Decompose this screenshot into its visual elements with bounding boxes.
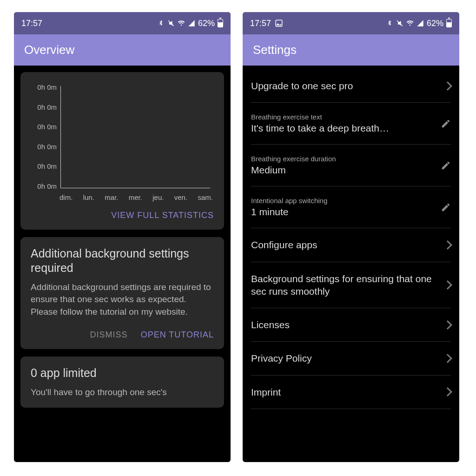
- mute-icon: [167, 20, 175, 27]
- bluetooth-icon: [386, 20, 393, 27]
- status-icons: 62%: [386, 19, 452, 28]
- settings-screen: 17:57 62% Settings Upgrade to one sec pr…: [243, 12, 459, 462]
- signal-icon: [416, 20, 424, 27]
- setting-background-settings[interactable]: Background settings for ensuring that on…: [251, 262, 451, 309]
- signal-icon: [188, 20, 195, 27]
- card-title: Additional background settings required: [31, 246, 214, 276]
- battery-percent: 62%: [198, 19, 215, 28]
- battery-percent: 62%: [427, 19, 443, 28]
- app-header: Settings: [243, 34, 459, 66]
- card-title: 0 app limited: [31, 366, 214, 380]
- svg-line-0: [168, 20, 174, 26]
- setting-intentional-switching[interactable]: Intentional app switching 1 minute: [251, 186, 451, 228]
- edit-icon: [441, 160, 451, 171]
- card-body: Additional background settings are requi…: [31, 281, 214, 318]
- dismiss-button[interactable]: DISMISS: [90, 330, 128, 340]
- picture-icon: [275, 19, 283, 27]
- setting-label: Privacy Policy: [251, 352, 440, 364]
- setting-label: Configure apps: [251, 238, 440, 251]
- page-title: Overview: [24, 43, 74, 57]
- app-header: Overview: [14, 34, 231, 66]
- edit-icon: [441, 119, 451, 129]
- limited-apps-card: 0 app limited You'll have to go through …: [20, 357, 224, 408]
- setting-label: Background settings for ensuring that on…: [251, 272, 440, 298]
- battery-icon: [446, 19, 452, 27]
- background-settings-card: Additional background settings required …: [20, 237, 224, 349]
- chevron-right-icon: [443, 81, 452, 91]
- setting-caption: Breathing exercise text: [251, 113, 436, 121]
- wifi-icon: [406, 20, 414, 27]
- overview-screen: 17:57 62% Overview 0h 0m 0h 0m 0h 0m 0h …: [14, 12, 231, 462]
- battery-icon: [218, 19, 223, 27]
- status-bar: 17:57 62%: [14, 12, 231, 34]
- bluetooth-icon: [157, 20, 165, 27]
- setting-value: It's time to take a deep breath…: [251, 123, 436, 134]
- status-icons: 62%: [157, 19, 223, 28]
- card-body: You'll have to go through one sec's: [31, 386, 214, 399]
- chevron-right-icon: [443, 240, 452, 250]
- setting-caption: Intentional app switching: [251, 197, 436, 205]
- setting-licenses[interactable]: Licenses: [251, 308, 451, 342]
- stats-card: 0h 0m 0h 0m 0h 0m 0h 0m 0h 0m 0h 0m dim.…: [20, 72, 224, 230]
- chart-plot-area: [60, 86, 210, 188]
- edit-icon: [441, 202, 451, 212]
- chevron-right-icon: [443, 280, 452, 290]
- chevron-right-icon: [443, 354, 452, 363]
- setting-caption: Breathing exercise duration: [251, 155, 436, 163]
- setting-imprint[interactable]: Imprint: [251, 376, 451, 409]
- svg-rect-1: [276, 20, 282, 26]
- open-tutorial-button[interactable]: OPEN TUTORIAL: [141, 330, 214, 340]
- page-title: Settings: [253, 43, 297, 57]
- mute-icon: [396, 20, 403, 27]
- usage-chart: 0h 0m 0h 0m 0h 0m 0h 0m 0h 0m 0h 0m dim.…: [31, 81, 214, 198]
- status-time: 17:57: [21, 19, 42, 28]
- setting-configure-apps[interactable]: Configure apps: [251, 228, 451, 262]
- svg-line-2: [397, 20, 403, 26]
- setting-privacy-policy[interactable]: Privacy Policy: [251, 342, 451, 375]
- status-time: 17:57: [250, 19, 271, 28]
- setting-label: Licenses: [251, 318, 440, 331]
- chart-x-axis: dim. lun. mar. mer. jeu. ven. sam.: [60, 193, 213, 201]
- chart-y-axis: 0h 0m 0h 0m 0h 0m 0h 0m 0h 0m 0h 0m: [31, 83, 57, 190]
- status-bar: 17:57 62%: [243, 12, 459, 34]
- setting-upgrade[interactable]: Upgrade to one sec pro: [251, 66, 451, 103]
- setting-value: 1 minute: [251, 206, 436, 218]
- setting-value: Medium: [251, 165, 436, 176]
- setting-breathing-duration[interactable]: Breathing exercise duration Medium: [251, 145, 451, 186]
- view-full-statistics-button[interactable]: VIEW FULL STATISTICS: [111, 211, 214, 220]
- setting-label: Upgrade to one sec pro: [251, 79, 440, 92]
- chevron-right-icon: [443, 388, 452, 397]
- setting-label: Imprint: [251, 386, 440, 398]
- wifi-icon: [178, 20, 185, 27]
- setting-breathing-text[interactable]: Breathing exercise text It's time to tak…: [251, 103, 451, 145]
- chevron-right-icon: [443, 320, 452, 330]
